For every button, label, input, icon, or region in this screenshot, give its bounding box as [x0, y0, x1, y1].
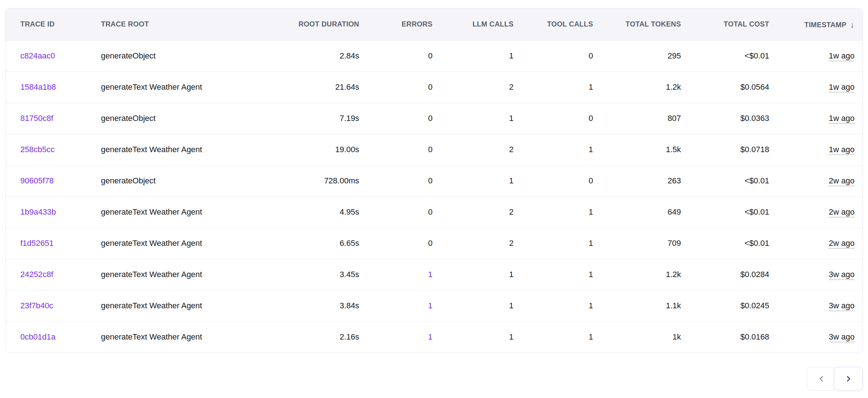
next-page-button[interactable] — [834, 367, 863, 391]
llm-calls-value: 1 — [509, 176, 514, 185]
root-duration-cell: 2.84s — [257, 40, 359, 72]
root-duration-value: 2.84s — [340, 51, 359, 60]
table-header: TRACE ID TRACE ROOT ROOT DURATION ERRORS… — [5, 8, 863, 40]
errors-cell: 0 — [359, 72, 433, 103]
tool-calls-cell: 1 — [514, 196, 593, 228]
header-timestamp[interactable]: TIMESTAMP↓ — [769, 8, 863, 40]
trace-id-link[interactable]: 90605f78 — [20, 176, 54, 185]
timestamp-value[interactable]: 2w ago — [829, 239, 855, 248]
tool-calls-value: 0 — [589, 176, 593, 185]
total-cost-value: <$0.01 — [745, 207, 769, 216]
errors-value: 1 — [428, 301, 433, 310]
trace-root-value: generateObject — [101, 51, 155, 60]
trace-id-link[interactable]: 81750c8f — [20, 114, 53, 123]
trace-id-link[interactable]: 1b9a433b — [20, 207, 56, 216]
table-row: 1b9a433bgenerateText Weather Agent4.95s0… — [5, 196, 863, 228]
trace-id-cell: 81750c8f — [5, 103, 101, 134]
pagination — [5, 367, 863, 391]
trace-id-link[interactable]: c824aac0 — [20, 51, 55, 60]
traces-table-card: TRACE ID TRACE ROOT ROOT DURATION ERRORS… — [5, 8, 863, 353]
timestamp-cell: 2w ago — [769, 196, 863, 228]
timestamp-value[interactable]: 3w ago — [829, 332, 855, 341]
table-row: 258cb5ccgenerateText Weather Agent19.00s… — [5, 134, 863, 165]
llm-calls-value: 1 — [509, 51, 514, 60]
errors-cell: 0 — [359, 40, 433, 72]
trace-root-value: generateText Weather Agent — [101, 239, 202, 248]
trace-id-link[interactable]: 0cb01d1a — [20, 332, 56, 341]
timestamp-value[interactable]: 1w ago — [829, 51, 855, 60]
trace-id-cell: 1584a1b8 — [5, 72, 101, 103]
root-duration-value: 2.16s — [340, 332, 359, 341]
total-cost-cell: <$0.01 — [681, 196, 769, 228]
header-label: ROOT DURATION — [299, 20, 359, 28]
llm-calls-cell: 2 — [433, 72, 514, 103]
timestamp-cell: 3w ago — [769, 290, 863, 321]
tool-calls-value: 1 — [589, 332, 593, 341]
header-label: TIMESTAMP — [804, 21, 847, 29]
errors-value: 0 — [428, 82, 433, 92]
llm-calls-cell: 1 — [433, 290, 514, 321]
trace-id-link[interactable]: 1584a1b8 — [20, 82, 56, 92]
table-row: 23f7b40cgenerateText Weather Agent3.84s1… — [5, 290, 863, 321]
timestamp-value[interactable]: 1w ago — [829, 145, 855, 154]
llm-calls-value: 2 — [509, 207, 514, 216]
llm-calls-value: 1 — [509, 270, 514, 279]
errors-cell: 1 — [359, 290, 433, 321]
trace-root-value: generateText Weather Agent — [101, 301, 202, 310]
timestamp-value[interactable]: 2w ago — [829, 176, 855, 185]
root-duration-cell: 21.64s — [257, 72, 359, 103]
total-cost-cell: $0.0245 — [681, 290, 769, 321]
trace-id-link[interactable]: 258cb5cc — [20, 145, 54, 154]
root-duration-cell: 6.65s — [257, 228, 359, 259]
timestamp-value[interactable]: 2w ago — [829, 207, 855, 216]
total-tokens-cell: 1.2k — [593, 72, 681, 103]
header-label: TOOL CALLS — [547, 20, 593, 28]
total-cost-cell: <$0.01 — [681, 228, 769, 259]
trace-id-cell: f1d52651 — [5, 228, 101, 259]
timestamp-cell: 3w ago — [769, 259, 863, 290]
errors-cell: 0 — [359, 196, 433, 228]
timestamp-value[interactable]: 1w ago — [829, 82, 855, 92]
trace-id-link[interactable]: f1d52651 — [20, 239, 54, 248]
tool-calls-cell: 1 — [514, 321, 593, 353]
trace-root-cell: generateText Weather Agent — [101, 196, 257, 228]
table-row: c824aac0generateObject2.84s010295<$0.011… — [5, 40, 863, 72]
total-tokens-cell: 709 — [593, 228, 681, 259]
header-trace-root: TRACE ROOT — [101, 8, 257, 40]
timestamp-value[interactable]: 3w ago — [829, 301, 855, 310]
total-tokens-cell: 1.2k — [593, 259, 681, 290]
header-llm-calls: LLM CALLS — [433, 8, 514, 40]
tool-calls-cell: 0 — [514, 103, 593, 134]
errors-value: 1 — [428, 270, 433, 279]
total-cost-cell: $0.0718 — [681, 134, 769, 165]
trace-id-link[interactable]: 24252c8f — [20, 270, 53, 279]
llm-calls-value: 2 — [509, 145, 514, 154]
trace-root-cell: generateText Weather Agent — [101, 321, 257, 353]
trace-root-cell: generateObject — [101, 40, 257, 72]
root-duration-value: 21.64s — [335, 82, 359, 92]
total-tokens-value: 295 — [668, 51, 681, 60]
trace-id-link[interactable]: 23f7b40c — [20, 301, 53, 310]
sort-desc-icon: ↓ — [850, 20, 855, 30]
total-tokens-cell: 1.5k — [593, 134, 681, 165]
trace-id-cell: 90605f78 — [5, 165, 101, 196]
total-cost-cell: $0.0284 — [681, 259, 769, 290]
total-cost-value: $0.0284 — [740, 270, 769, 279]
errors-value: 0 — [428, 51, 433, 60]
total-cost-value: $0.0245 — [740, 301, 769, 310]
tool-calls-value: 1 — [589, 145, 593, 154]
errors-cell: 0 — [359, 165, 433, 196]
root-duration-cell: 3.45s — [257, 259, 359, 290]
root-duration-value: 7.19s — [340, 114, 359, 123]
root-duration-value: 3.45s — [340, 270, 359, 279]
llm-calls-value: 2 — [509, 82, 514, 92]
total-tokens-cell: 1.1k — [593, 290, 681, 321]
trace-root-value: generateText Weather Agent — [101, 270, 202, 279]
timestamp-value[interactable]: 3w ago — [829, 270, 855, 279]
timestamp-value[interactable]: 1w ago — [829, 114, 855, 123]
total-tokens-value: 709 — [668, 239, 681, 248]
total-cost-value: <$0.01 — [745, 51, 769, 60]
errors-value: 1 — [428, 332, 433, 341]
previous-page-button[interactable] — [807, 367, 836, 391]
trace-id-cell: 1b9a433b — [5, 196, 101, 228]
